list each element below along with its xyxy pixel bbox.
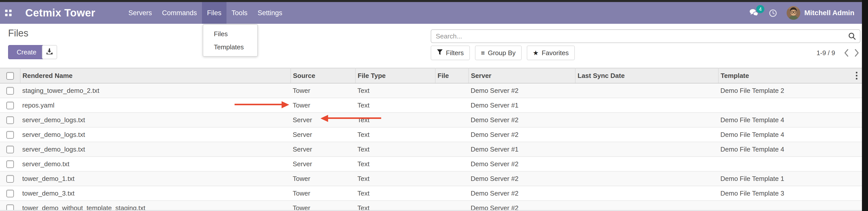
- cell-last-sync-date[interactable]: [575, 98, 718, 113]
- column-header-server[interactable]: Server: [469, 68, 575, 83]
- cell-file-type[interactable]: Text: [355, 171, 435, 186]
- row-checkbox[interactable]: [6, 102, 14, 109]
- cell-source[interactable]: Server: [291, 157, 355, 171]
- cell-source[interactable]: Tower: [291, 83, 355, 98]
- cell-server[interactable]: Demo Server #2: [469, 201, 575, 211]
- cell-template[interactable]: [718, 98, 862, 113]
- cell-server[interactable]: Demo Server #2: [469, 113, 575, 127]
- vertical-dots-icon[interactable]: [854, 72, 859, 80]
- search-icon[interactable]: [848, 32, 856, 42]
- cell-template[interactable]: Demo File Template 2: [718, 83, 862, 98]
- cell-server[interactable]: Demo Server #1: [469, 142, 575, 157]
- column-header-last-sync-date[interactable]: Last Sync Date: [575, 68, 718, 83]
- table-row[interactable]: tower_demo_3.txtTowerTextDemo Server #2D…: [0, 186, 862, 201]
- favorites-button[interactable]: ★ Favorites: [527, 46, 575, 60]
- cell-file[interactable]: [435, 157, 469, 171]
- row-select-cell[interactable]: [0, 142, 20, 157]
- row-checkbox[interactable]: [6, 175, 14, 183]
- row-checkbox[interactable]: [6, 87, 14, 95]
- cell-last-sync-date[interactable]: [575, 113, 718, 127]
- cell-file[interactable]: [435, 98, 469, 113]
- cell-file[interactable]: [435, 186, 469, 201]
- row-select-cell[interactable]: [0, 201, 20, 211]
- row-select-cell[interactable]: [0, 113, 20, 127]
- cell-rendered-name[interactable]: tower_demo_without_template_staging.txt: [20, 201, 291, 211]
- cell-file-type[interactable]: Text: [355, 157, 435, 171]
- cell-server[interactable]: Demo Server #2: [469, 157, 575, 171]
- cell-server[interactable]: Demo Server #2: [469, 127, 575, 142]
- column-header-file-type[interactable]: File Type: [355, 68, 435, 83]
- activities-button[interactable]: [766, 2, 781, 24]
- export-button[interactable]: [42, 45, 57, 59]
- cell-rendered-name[interactable]: server_demo.txt: [20, 157, 291, 171]
- row-select-cell[interactable]: [0, 171, 20, 186]
- table-row[interactable]: server_demo.txtServerTextDemo Server #2: [0, 157, 862, 171]
- cell-server[interactable]: Demo Server #2: [469, 171, 575, 186]
- cell-file[interactable]: [435, 142, 469, 157]
- cell-last-sync-date[interactable]: [575, 201, 718, 211]
- apps-grid-icon[interactable]: [5, 10, 12, 16]
- dropdown-item-templates[interactable]: Templates: [203, 40, 257, 54]
- nav-item-settings[interactable]: Settings: [252, 2, 287, 24]
- cell-file-type[interactable]: Text: [355, 142, 435, 157]
- cell-server[interactable]: Demo Server #2: [469, 83, 575, 98]
- row-checkbox[interactable]: [6, 190, 14, 197]
- cell-last-sync-date[interactable]: [575, 171, 718, 186]
- cell-template[interactable]: Demo File Template 3: [718, 186, 862, 201]
- row-select-cell[interactable]: [0, 83, 20, 98]
- nav-item-servers[interactable]: Servers: [123, 2, 157, 24]
- nav-item-commands[interactable]: Commands: [157, 2, 202, 24]
- group-by-button[interactable]: ≡ Group By: [475, 46, 522, 60]
- cell-file[interactable]: [435, 127, 469, 142]
- cell-rendered-name[interactable]: staging_tower_demo_2.txt: [20, 83, 291, 98]
- cell-server[interactable]: Demo Server #2: [469, 186, 575, 201]
- cell-file[interactable]: [435, 83, 469, 98]
- cell-rendered-name[interactable]: server_demo_logs.txt: [20, 127, 291, 142]
- cell-rendered-name[interactable]: server_demo_logs.txt: [20, 142, 291, 157]
- cell-last-sync-date[interactable]: [575, 127, 718, 142]
- cell-file[interactable]: [435, 113, 469, 127]
- table-row[interactable]: server_demo_logs.txtServerTextDemo Serve…: [0, 127, 862, 142]
- cell-file-type[interactable]: Text: [355, 201, 435, 211]
- cell-file[interactable]: [435, 171, 469, 186]
- brand-title[interactable]: Cetmix Tower: [25, 2, 95, 24]
- cell-template[interactable]: Demo File Template 1: [718, 171, 862, 186]
- messages-button[interactable]: 4: [749, 2, 766, 24]
- table-row[interactable]: server_demo_logs.txtServerTextDemo Serve…: [0, 113, 862, 127]
- cell-source[interactable]: Tower: [291, 201, 355, 211]
- cell-file[interactable]: [435, 201, 469, 211]
- row-select-cell[interactable]: [0, 157, 20, 171]
- cell-last-sync-date[interactable]: [575, 186, 718, 201]
- dropdown-item-files[interactable]: Files: [203, 27, 257, 40]
- table-row[interactable]: tower_demo_without_template_staging.txtT…: [0, 201, 862, 211]
- cell-rendered-name[interactable]: tower_demo_1.txt: [20, 171, 291, 186]
- cell-source[interactable]: Tower: [291, 171, 355, 186]
- filters-button[interactable]: Filters: [431, 46, 470, 60]
- chevron-left-icon[interactable]: [843, 48, 850, 58]
- nav-item-files[interactable]: Files: [202, 2, 226, 24]
- row-checkbox[interactable]: [6, 160, 14, 168]
- create-button[interactable]: Create: [8, 45, 45, 59]
- column-header-file[interactable]: File: [435, 68, 469, 83]
- user-avatar[interactable]: [786, 6, 800, 20]
- cell-template[interactable]: Demo File Template 4: [718, 142, 862, 157]
- table-row[interactable]: staging_tower_demo_2.txtTowerTextDemo Se…: [0, 83, 862, 98]
- row-checkbox[interactable]: [6, 146, 14, 153]
- row-select-cell[interactable]: [0, 98, 20, 113]
- cell-file-type[interactable]: Text: [355, 98, 435, 113]
- nav-item-tools[interactable]: Tools: [226, 2, 252, 24]
- table-row[interactable]: repos.yamlTowerTextDemo Server #1: [0, 98, 862, 113]
- cell-last-sync-date[interactable]: [575, 83, 718, 98]
- cell-file-type[interactable]: Text: [355, 83, 435, 98]
- column-header-rendered-name[interactable]: Rendered Name: [20, 68, 291, 83]
- user-menu[interactable]: Mitchell Admin: [804, 9, 854, 17]
- table-row[interactable]: tower_demo_1.txtTowerTextDemo Server #2D…: [0, 171, 862, 186]
- cell-template[interactable]: [718, 157, 862, 171]
- cell-source[interactable]: Tower: [291, 98, 355, 113]
- row-select-cell[interactable]: [0, 127, 20, 142]
- row-checkbox[interactable]: [6, 116, 14, 124]
- row-checkbox[interactable]: [6, 131, 14, 139]
- cell-file-type[interactable]: Text: [355, 186, 435, 201]
- table-row[interactable]: server_demo_logs.txtServerTextDemo Serve…: [0, 142, 862, 157]
- cell-rendered-name[interactable]: server_demo_logs.txt: [20, 113, 291, 127]
